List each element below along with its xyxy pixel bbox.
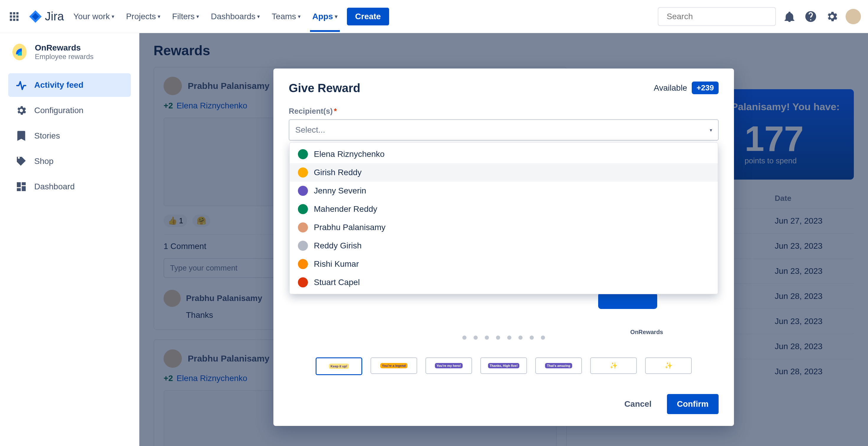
- dashboard-icon: [16, 181, 27, 192]
- sidebar-header: OnRewards Employee rewards: [8, 42, 131, 61]
- nav-teams[interactable]: Teams ▾: [269, 9, 303, 24]
- nav-label: Dashboards: [211, 12, 255, 21]
- nav-apps[interactable]: Apps ▾: [310, 1, 340, 32]
- available-value: +239: [692, 82, 719, 94]
- modal-footer: Cancel Confirm: [289, 394, 719, 414]
- nav-label: Filters: [172, 12, 194, 21]
- main-content: Rewards Prabhu Palanisamy +2 Elena Rizny…: [140, 33, 868, 446]
- dropdown-option[interactable]: Rishi Kumar: [290, 255, 718, 273]
- option-label: Jenny Severin: [314, 186, 366, 196]
- nav-filters[interactable]: Filters ▾: [170, 9, 202, 24]
- dropdown-option[interactable]: Prabhu Palanisamy: [290, 218, 718, 237]
- option-label: Stuart Capel: [314, 278, 360, 287]
- nav-projects[interactable]: Projects ▾: [124, 9, 163, 24]
- sidebar-item-stories[interactable]: Stories: [8, 124, 131, 148]
- confirm-button[interactable]: Confirm: [667, 394, 719, 414]
- chevron-down-icon: ▾: [158, 13, 160, 20]
- dropdown-option[interactable]: Stuart Capel: [290, 273, 718, 292]
- option-label: Rishi Kumar: [314, 259, 359, 269]
- carousel-dot[interactable]: [462, 335, 466, 340]
- avatar: [298, 222, 308, 233]
- thumb-label: That's amazing: [545, 363, 572, 368]
- sidebar: OnRewards Employee rewards Activity feed…: [0, 33, 140, 446]
- option-label: Prabhu Palanisamy: [314, 223, 385, 232]
- create-button[interactable]: Create: [347, 8, 389, 25]
- carousel-dot[interactable]: [530, 335, 534, 340]
- help-icon[interactable]: [803, 9, 818, 24]
- dropdown-option[interactable]: Reddy Girish: [290, 237, 718, 255]
- nav-label: Your work: [73, 12, 110, 21]
- app-switcher-icon[interactable]: [7, 9, 21, 24]
- search-input[interactable]: [658, 7, 776, 26]
- thumb-emoji: ✨: [664, 362, 673, 369]
- card-thumbnail[interactable]: Keep it up!: [316, 357, 362, 375]
- avatar: [298, 168, 308, 178]
- give-reward-modal: Give Reward Available +239 Recipient(s)*…: [273, 68, 734, 426]
- select-placeholder: Select...: [295, 125, 710, 135]
- sidebar-item-dashboard[interactable]: Dashboard: [8, 175, 131, 199]
- avatar: [298, 277, 308, 288]
- notifications-icon[interactable]: [782, 9, 797, 24]
- thumb-label: You're my hero!: [435, 363, 463, 368]
- label-text: Recipient(s): [289, 107, 333, 116]
- brand-mark: OnRewards: [630, 329, 663, 335]
- sidebar-item-label: Configuration: [34, 106, 84, 115]
- top-nav-right: [658, 7, 861, 26]
- chevron-down-icon: ▾: [710, 127, 712, 133]
- option-label: Girish Reddy: [314, 168, 362, 177]
- jira-logo-text: Jira: [45, 10, 64, 23]
- carousel-dot[interactable]: [485, 335, 489, 340]
- avatar: [298, 186, 308, 196]
- sidebar-item-activity-feed[interactable]: Activity feed: [8, 73, 131, 97]
- card-thumbnail[interactable]: You're a legend: [371, 357, 417, 374]
- nav-your-work[interactable]: Your work ▾: [71, 9, 116, 24]
- avatar: [298, 259, 308, 269]
- carousel-dot[interactable]: [496, 335, 500, 340]
- carousel-dots: [462, 335, 545, 340]
- card-thumbnail[interactable]: That's amazing: [535, 357, 582, 374]
- dropdown-option[interactable]: Elena Riznychenko: [290, 145, 718, 163]
- card-thumbnail[interactable]: You're my hero!: [426, 357, 472, 374]
- chevron-down-icon: ▾: [298, 13, 301, 20]
- card-thumbnail[interactable]: ✨: [590, 357, 637, 374]
- sidebar-item-shop[interactable]: Shop: [8, 149, 131, 173]
- recipients-dropdown: Elena RiznychenkoGirish ReddyJenny Sever…: [289, 142, 718, 294]
- carousel-dot[interactable]: [519, 335, 523, 340]
- chevron-down-icon: ▾: [257, 13, 260, 20]
- sidebar-item-configuration[interactable]: Configuration: [8, 99, 131, 122]
- nav-label: Projects: [126, 12, 156, 21]
- card-thumbnail[interactable]: ✨: [645, 357, 692, 374]
- carousel-dot[interactable]: [507, 335, 512, 340]
- card-thumbnail[interactable]: Thanks, High five!: [480, 357, 527, 374]
- nav-label: Teams: [272, 12, 296, 21]
- sidebar-app-name: OnRewards: [35, 43, 94, 53]
- settings-icon[interactable]: [824, 9, 840, 24]
- dropdown-option[interactable]: Jenny Severin: [290, 182, 718, 200]
- profile-avatar[interactable]: [845, 9, 861, 24]
- cancel-button[interactable]: Cancel: [616, 394, 660, 414]
- bookmark-icon: [16, 130, 27, 142]
- thumb-label: You're a legend: [380, 363, 408, 368]
- thumb-emoji: ✨: [610, 362, 618, 369]
- chevron-down-icon: ▾: [112, 13, 114, 20]
- activity-icon: [16, 79, 27, 91]
- dropdown-option[interactable]: Girish Reddy: [290, 163, 718, 182]
- avatar: [298, 149, 308, 159]
- option-label: Elena Riznychenko: [314, 149, 385, 159]
- onrewards-logo-icon: [10, 42, 29, 61]
- nav-label: Apps: [312, 12, 333, 21]
- dropdown-option[interactable]: Mahender Reddy: [290, 200, 718, 218]
- recipients-select[interactable]: Select... ▾ Elena RiznychenkoGirish Redd…: [289, 119, 719, 141]
- top-nav-left: Jira Your work ▾ Projects ▾ Filters ▾ Da…: [7, 1, 389, 32]
- search-field[interactable]: [666, 12, 772, 21]
- carousel-dot[interactable]: [541, 335, 545, 340]
- sidebar-item-label: Shop: [34, 156, 54, 166]
- nav-dashboards[interactable]: Dashboards ▾: [209, 9, 262, 24]
- carousel-dot[interactable]: [473, 335, 478, 340]
- sidebar-item-label: Stories: [34, 131, 60, 141]
- option-label: Mahender Reddy: [314, 204, 377, 214]
- avatar: [298, 241, 308, 251]
- available-label: Available: [654, 83, 687, 93]
- chevron-down-icon: ▾: [335, 13, 337, 20]
- jira-logo[interactable]: Jira: [28, 9, 64, 24]
